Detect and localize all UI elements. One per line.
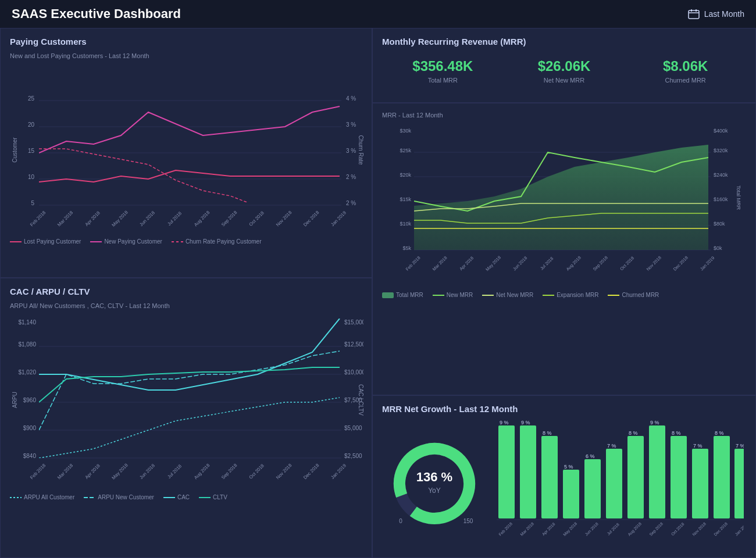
svg-text:Jan 2019: Jan 2019	[699, 255, 715, 271]
svg-text:$1,080: $1,080	[18, 341, 36, 348]
svg-text:$1,020: $1,020	[18, 369, 36, 375]
mrr-stats-row: $356.48K Total MRR $26.06K Net New MRR $…	[382, 52, 746, 90]
svg-text:8 %: 8 %	[715, 430, 724, 436]
legend-net-new-mrr: Net New MRR	[482, 292, 533, 298]
legend-new-mrr: New MRR	[433, 292, 473, 298]
paying-customers-subtitle: New and Lost Paying Customers - Last 12 …	[10, 52, 362, 59]
svg-text:Jan 2019: Jan 2019	[330, 210, 347, 227]
churned-mrr-stat: $8.06K Churned MRR	[625, 52, 746, 90]
svg-text:Apr 2018: Apr 2018	[458, 255, 475, 271]
svg-rect-128	[734, 449, 744, 518]
dashboard-title: SAAS Executive Dashboard	[12, 6, 181, 22]
donut-section: 136 % YoY 0 150	[382, 420, 487, 548]
svg-text:$30k: $30k	[400, 128, 411, 134]
paying-customers-panel: Paying Customers New and Lost Paying Cus…	[0, 28, 372, 278]
svg-rect-112	[563, 470, 579, 518]
svg-rect-106	[498, 425, 515, 518]
svg-text:2 %: 2 %	[346, 174, 356, 180]
svg-text:Jul 2018: Jul 2018	[606, 522, 620, 536]
svg-text:Jan 2019: Jan 2019	[734, 522, 744, 536]
cac-chart: $840 $900 $960 $1,020 $1,080 $1,140 $2,5…	[10, 313, 362, 489]
svg-text:$960: $960	[23, 397, 37, 403]
svg-text:$15k: $15k	[400, 196, 411, 202]
mrr-chart-panel: MRR - Last 12 Month $5k $10k $15k $20k $…	[372, 103, 756, 395]
svg-text:Aug 2018: Aug 2018	[193, 210, 211, 228]
svg-text:$12,500: $12,500	[344, 341, 363, 348]
svg-text:Total MRR: Total MRR	[736, 185, 741, 210]
svg-text:$80k: $80k	[714, 221, 725, 227]
svg-text:Jul 2018: Jul 2018	[166, 463, 183, 480]
svg-text:Sep 2018: Sep 2018	[220, 210, 238, 228]
svg-text:150: 150	[463, 518, 473, 524]
svg-text:Aug 2018: Aug 2018	[565, 255, 582, 272]
svg-text:May 2018: May 2018	[562, 521, 578, 537]
svg-text:Mar 2018: Mar 2018	[519, 521, 534, 536]
paying-customers-legend: Lost Paying Customer New Paying Customer…	[10, 238, 362, 245]
mrr-chart-legend: Total MRR New MRR Net New MRR Expansion …	[382, 292, 746, 298]
legend-churn: Churn Rate Paying Customer	[172, 238, 262, 245]
net-new-mrr-label: Net New MRR	[508, 77, 621, 84]
svg-text:Jun 2018: Jun 2018	[584, 522, 599, 536]
dashboard-header: SAAS Executive Dashboard Last Month	[0, 0, 756, 28]
svg-text:Jul 2018: Jul 2018	[539, 256, 554, 271]
legend-arpu-all: ARPU All Customer	[10, 494, 74, 500]
svg-text:Nov 2018: Nov 2018	[646, 255, 662, 272]
svg-rect-110	[541, 436, 558, 518]
mrr-title: Monthly Recurring Revenue (MRR)	[382, 37, 746, 46]
svg-text:$0k: $0k	[714, 245, 722, 251]
paying-customers-chart: 5 10 15 20 25 Customer 4 % 3 % 3 % 2 % 2…	[10, 63, 362, 234]
svg-rect-118	[627, 436, 644, 518]
svg-text:Churn Rate: Churn Rate	[358, 135, 363, 165]
svg-text:Dec 2018: Dec 2018	[302, 210, 320, 228]
svg-text:15: 15	[28, 148, 35, 154]
svg-rect-108	[520, 425, 536, 518]
svg-marker-97	[414, 145, 708, 250]
svg-text:$160k: $160k	[714, 196, 728, 202]
svg-text:Mar 2018: Mar 2018	[432, 255, 448, 272]
svg-rect-122	[671, 436, 687, 518]
churned-mrr-value: $8.06K	[629, 58, 741, 74]
legend-total-mrr: Total MRR	[382, 292, 423, 298]
svg-text:Aug 2018: Aug 2018	[627, 521, 643, 537]
svg-text:Dec 2018: Dec 2018	[713, 521, 728, 536]
right-column: Monthly Recurring Revenue (MRR) $356.48K…	[372, 28, 756, 558]
total-mrr-value: $356.48K	[387, 58, 499, 74]
svg-rect-120	[649, 425, 665, 518]
svg-text:7 %: 7 %	[693, 443, 702, 449]
svg-text:3 %: 3 %	[346, 121, 356, 128]
svg-rect-116	[606, 449, 622, 518]
header-period[interactable]: Last Month	[688, 9, 744, 19]
svg-text:Dec 2018: Dec 2018	[672, 255, 689, 272]
svg-text:Dec 2018: Dec 2018	[302, 463, 320, 481]
legend-new: New Paying Customer	[90, 238, 162, 245]
svg-text:136 %: 136 %	[416, 470, 452, 484]
svg-text:9 %: 9 %	[500, 420, 509, 425]
svg-text:0: 0	[399, 518, 402, 524]
paying-customers-title: Paying Customers	[10, 37, 362, 46]
svg-text:Nov 2018: Nov 2018	[275, 210, 293, 228]
svg-text:8 %: 8 %	[672, 430, 681, 436]
cac-title: CAC / ARPU / CLTV	[10, 287, 362, 296]
cac-subtitle: ARPU All/ New Customers , CAC, CLTV - La…	[10, 302, 362, 309]
svg-text:10: 10	[28, 174, 35, 180]
legend-cac: CAC	[163, 494, 190, 500]
svg-text:Jan 2019: Jan 2019	[330, 463, 347, 480]
svg-rect-114	[584, 459, 601, 518]
svg-text:9 %: 9 %	[650, 420, 659, 425]
svg-text:6 %: 6 %	[586, 453, 595, 459]
svg-text:Feb 2018: Feb 2018	[498, 521, 513, 536]
svg-text:$840: $840	[23, 453, 37, 459]
svg-text:3 %: 3 %	[346, 148, 356, 154]
svg-rect-126	[714, 436, 730, 518]
svg-text:Mar 2018: Mar 2018	[56, 463, 74, 481]
net-growth-content: 136 % YoY 0 150 9 %	[382, 420, 746, 548]
svg-text:Feb 2018: Feb 2018	[29, 210, 47, 228]
legend-cltv: CLTV	[199, 494, 227, 500]
svg-text:Apr 2018: Apr 2018	[84, 210, 102, 227]
period-label: Last Month	[704, 9, 744, 19]
svg-text:Apr 2018: Apr 2018	[84, 463, 102, 480]
svg-rect-4	[39, 69, 341, 202]
total-mrr-stat: $356.48K Total MRR	[382, 52, 504, 90]
svg-text:Mar 2018: Mar 2018	[56, 210, 74, 228]
svg-rect-3	[696, 9, 697, 12]
